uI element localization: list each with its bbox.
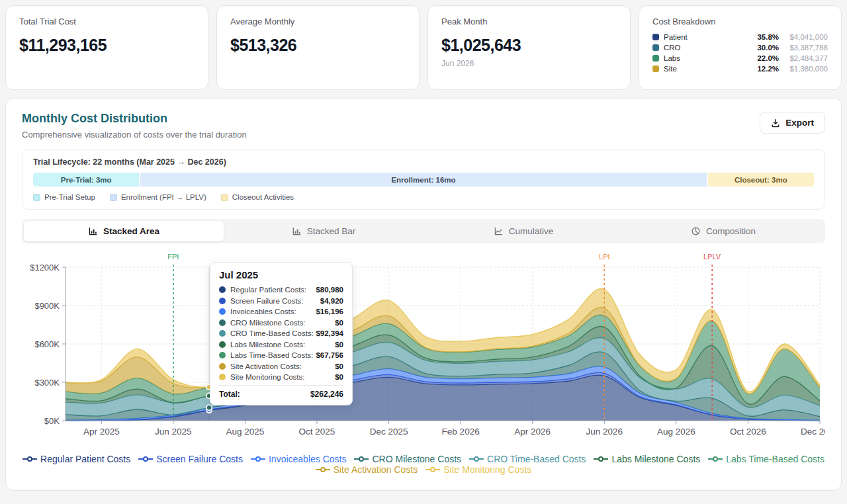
legend-item-regular-patient-costs[interactable]: Regular Patient Costs bbox=[22, 454, 130, 464]
tooltip-series-value: $92,394 bbox=[316, 329, 343, 337]
monthly-cost-panel: Monthly Cost Distribution Comprehensive … bbox=[5, 98, 842, 491]
lifecycle-title: Trial Lifecycle: 22 months (Mar 2025 → D… bbox=[33, 157, 814, 167]
chart-area: $0K$300K$600K$900K$1200KApr 2025Jun 2025… bbox=[22, 250, 825, 475]
legend-line-icon bbox=[425, 466, 440, 473]
legend-label: Labs Time-Based Costs bbox=[726, 454, 825, 464]
series-color-chip bbox=[219, 308, 226, 315]
y-tick-label: $0K bbox=[44, 416, 60, 426]
series-color-chip bbox=[219, 319, 226, 326]
tooltip-series-name: Site Activation Costs: bbox=[230, 362, 335, 370]
x-tick-label: Feb 2026 bbox=[442, 427, 480, 437]
tooltip-row: CRO Milestone Costs: $0 bbox=[219, 319, 343, 327]
legend-line-icon bbox=[469, 456, 484, 462]
legend-item-invoiceables-costs[interactable]: Invoiceables Costs bbox=[251, 454, 347, 464]
breakdown-name: Labs bbox=[664, 54, 757, 62]
x-tick-label: Aug 2026 bbox=[657, 427, 695, 437]
series-color-chip bbox=[652, 65, 659, 72]
stacked-area-chart[interactable]: $0K$300K$600K$900K$1200KApr 2025Jun 2025… bbox=[22, 250, 825, 448]
x-tick-label: Oct 2026 bbox=[730, 427, 766, 437]
legend-line-icon bbox=[22, 456, 37, 462]
x-tick-label: Dec 2025 bbox=[370, 427, 408, 437]
legend-item-cro-time-based-costs[interactable]: CRO Time-Based Costs bbox=[469, 454, 586, 464]
tooltip-series-value: $0 bbox=[335, 362, 343, 370]
series-color-chip bbox=[219, 298, 226, 304]
breakdown-pct: 30.0% bbox=[757, 44, 779, 52]
series-color-chip bbox=[219, 341, 226, 348]
breakdown-amount: $1,380,000 bbox=[784, 65, 828, 73]
legend-item-labs-time-based-costs[interactable]: Labs Time-Based Costs bbox=[708, 454, 825, 464]
tooltip-row: Invoiceables Costs: $16,196 bbox=[219, 308, 343, 315]
tooltip-series-value: $0 bbox=[335, 373, 343, 381]
lifecycle-legend: Pre-Trial SetupEnrollment (FPI → LPLV)Cl… bbox=[33, 193, 814, 201]
legend-label: Screen Failure Costs bbox=[156, 454, 243, 464]
page-title: Monthly Cost Distribution bbox=[22, 112, 247, 126]
stat-card-total: Total Trial Cost $11,293,165 bbox=[5, 5, 208, 90]
x-tick-label: Aug 2025 bbox=[226, 427, 265, 437]
legend-item-site-monitoring-costs[interactable]: Site Monitoring Costs bbox=[425, 464, 531, 475]
legend-line-icon bbox=[316, 466, 330, 473]
breakdown-pct: 35.8% bbox=[757, 33, 779, 41]
tab-stacked-area[interactable]: Stacked Area bbox=[24, 221, 224, 241]
chart-type-tabs: Stacked AreaStacked BarCumulativeComposi… bbox=[22, 219, 825, 243]
y-tick-label: $1200K bbox=[30, 263, 60, 273]
breakdown-amount: $4,041,000 bbox=[784, 33, 828, 41]
tooltip-series-name: Site Monitoring Costs: bbox=[230, 373, 335, 381]
legend-item-cro-milestone-costs[interactable]: CRO Milestone Costs bbox=[354, 454, 461, 464]
lifecycle-segment: Enrollment: 16mo bbox=[140, 173, 706, 187]
breakdown-row: Site 12.2% $1,380,000 bbox=[652, 65, 828, 73]
tooltip-series-value: $0 bbox=[335, 341, 343, 349]
lifecycle-legend-item: Enrollment (FPI → LPLV) bbox=[110, 193, 206, 201]
y-tick-label: $900K bbox=[34, 301, 60, 311]
legend-line-icon bbox=[251, 456, 265, 462]
breakdown-name: CRO bbox=[664, 44, 757, 52]
y-tick-label: $300K bbox=[34, 378, 60, 388]
stat-label: Average Monthly bbox=[230, 17, 406, 26]
breakdown-row: Labs 22.0% $2,484,377 bbox=[652, 54, 828, 62]
pie-chart-icon bbox=[691, 226, 701, 236]
hover-dot bbox=[206, 405, 212, 410]
page-subtitle: Comprehensive visualization of costs ove… bbox=[22, 130, 247, 140]
legend-item-labs-milestone-costs[interactable]: Labs Milestone Costs bbox=[594, 454, 700, 464]
stat-label: Peak Month bbox=[441, 17, 617, 26]
legend-label: Site Monitoring Costs bbox=[443, 464, 531, 475]
tab-stacked-bar[interactable]: Stacked Bar bbox=[224, 221, 424, 241]
lifecycle-legend-item: Closeout Activities bbox=[221, 193, 294, 201]
chart-series-legend: Regular Patient CostsScreen Failure Cost… bbox=[22, 454, 825, 475]
legend-label: Enrollment (FPI → LPLV) bbox=[121, 193, 206, 201]
series-color-chip bbox=[652, 34, 659, 40]
tooltip-series-name: CRO Milestone Costs: bbox=[230, 319, 335, 327]
stat-value: $513,326 bbox=[230, 36, 406, 55]
tooltip-series-name: CRO Time-Based Costs: bbox=[230, 329, 316, 337]
tooltip-series-name: Labs Time-Based Costs: bbox=[230, 351, 316, 359]
legend-label: CRO Milestone Costs bbox=[372, 454, 461, 464]
tab-composition[interactable]: Composition bbox=[623, 221, 823, 241]
x-tick-label: Oct 2025 bbox=[299, 427, 335, 437]
tooltip-series-value: $67,756 bbox=[316, 351, 343, 359]
tab-cumulative[interactable]: Cumulative bbox=[424, 221, 623, 241]
tooltip-series-name: Invoiceables Costs: bbox=[230, 308, 316, 315]
cost-breakdown-list: Patient 35.8% $4,041,000 CRO 30.0% $3,38… bbox=[652, 33, 828, 73]
legend-label: Pre-Trial Setup bbox=[44, 193, 95, 201]
breakdown-name: Site bbox=[664, 65, 757, 73]
line-chart-icon bbox=[494, 226, 504, 236]
tooltip-total-value: $262,246 bbox=[310, 390, 343, 399]
bar-chart-icon bbox=[292, 226, 302, 236]
breakdown-amount: $3,387,788 bbox=[784, 44, 828, 52]
legend-item-site-activation-costs[interactable]: Site Activation Costs bbox=[316, 464, 418, 475]
breakdown-pct: 12.2% bbox=[757, 65, 779, 73]
x-tick-label: Jun 2025 bbox=[155, 427, 192, 437]
series-color-chip bbox=[219, 330, 226, 337]
x-tick-label: Dec 2026 bbox=[801, 427, 825, 437]
legend-label: CRO Time-Based Costs bbox=[487, 454, 586, 464]
legend-label: Closeout Activities bbox=[232, 193, 294, 201]
legend-item-screen-failure-costs[interactable]: Screen Failure Costs bbox=[138, 454, 243, 464]
tooltip-row: Labs Time-Based Costs: $67,756 bbox=[219, 351, 343, 359]
tab-label: Cumulative bbox=[509, 226, 554, 236]
tooltip-series-name: Screen Failure Costs: bbox=[230, 297, 320, 305]
tooltip-series-name: Regular Patient Costs: bbox=[230, 286, 316, 294]
legend-color-chip bbox=[33, 194, 40, 201]
export-button[interactable]: Export bbox=[760, 112, 825, 134]
legend-label: Labs Milestone Costs bbox=[611, 454, 700, 464]
tooltip-row: Regular Patient Costs: $80,980 bbox=[219, 286, 343, 294]
tooltip-series-value: $80,980 bbox=[316, 286, 343, 294]
